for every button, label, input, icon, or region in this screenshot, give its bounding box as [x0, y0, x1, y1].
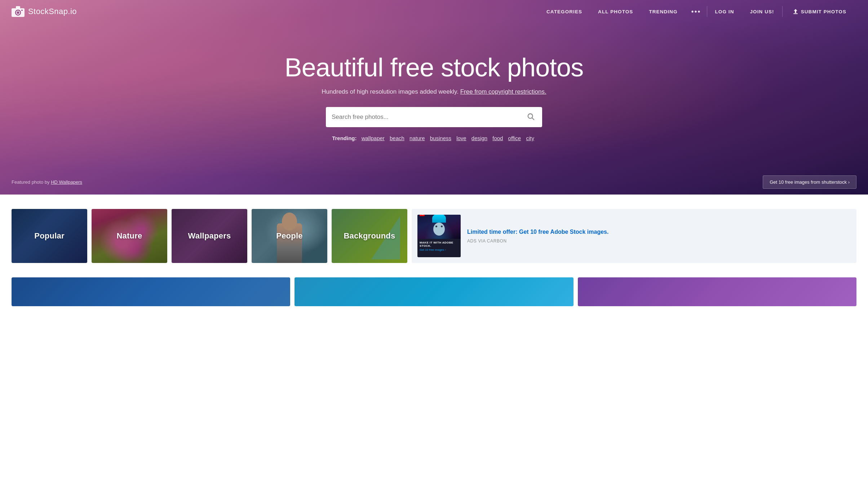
- ad-image: Ai MAKE IT WITH ADOBE STOCK. Get 10 free…: [417, 215, 461, 257]
- logo-link[interactable]: StockSnap.io: [12, 6, 77, 17]
- featured-prefix: Featured photo by: [12, 179, 50, 185]
- bottom-preview-row: [12, 277, 856, 306]
- shutterstock-button[interactable]: Get 10 free images from shutterstock ›: [763, 175, 856, 189]
- ad-text: Limited time offer: Get 10 free Adobe St…: [467, 228, 851, 244]
- category-backgrounds-label: Backgrounds: [344, 231, 395, 241]
- search-icon: [527, 113, 535, 121]
- logo-text: StockSnap.io: [28, 7, 77, 16]
- bottom-card-3[interactable]: [578, 277, 856, 306]
- nav-trending[interactable]: TRENDING: [641, 9, 685, 14]
- adobe-badge: Ai: [420, 215, 425, 216]
- ad-headline[interactable]: Limited time offer: Get 10 free Adobe St…: [467, 228, 851, 236]
- category-nature-label: Nature: [116, 231, 142, 241]
- svg-line-7: [532, 118, 534, 120]
- category-nature-overlay: Nature: [92, 209, 167, 263]
- category-people[interactable]: People: [252, 209, 327, 263]
- category-nature[interactable]: Nature: [92, 209, 167, 263]
- hero-title: Beautiful free stock photos: [7, 53, 861, 82]
- trending-row: Trending: wallpaper beach nature busines…: [7, 135, 861, 141]
- featured-credit: Featured photo by HD Wallpapers: [12, 179, 82, 185]
- trending-food[interactable]: food: [492, 135, 503, 141]
- upload-icon: [793, 9, 798, 14]
- search-bar: [326, 107, 542, 127]
- nav-submit[interactable]: SUBMIT PHOTOS: [783, 9, 856, 14]
- search-input[interactable]: [332, 113, 526, 121]
- ad-attribution: ADS VIA CARBON: [467, 238, 851, 244]
- category-popular[interactable]: Popular: [12, 209, 87, 263]
- category-people-label: People: [276, 231, 302, 241]
- categories-grid: Popular Nature Wallpapers: [12, 209, 856, 263]
- category-popular-label: Popular: [34, 231, 64, 241]
- bottom-card-1[interactable]: [12, 277, 290, 306]
- trending-design[interactable]: design: [471, 135, 487, 141]
- hero-section: Beautiful free stock photos Hundreds of …: [0, 0, 868, 195]
- nav-links: CATEGORIES ALL PHOTOS TRENDING ••• LOG I…: [539, 6, 856, 17]
- svg-rect-5: [793, 13, 798, 14]
- trending-wallpaper[interactable]: wallpaper: [362, 135, 385, 141]
- category-people-overlay: People: [252, 209, 327, 263]
- category-wallpapers-label: Wallpapers: [188, 231, 231, 241]
- nav-submit-label: SUBMIT PHOTOS: [801, 9, 846, 14]
- ad-card[interactable]: Ai MAKE IT WITH ADOBE STOCK. Get 10 free…: [412, 209, 856, 263]
- svg-rect-1: [16, 6, 20, 9]
- ad-get-images-label[interactable]: Get 10 free images ›: [420, 248, 446, 251]
- main-content: Popular Nature Wallpapers: [0, 195, 868, 318]
- hero-content: Beautiful free stock photos Hundreds of …: [0, 53, 868, 141]
- ad-make-it-label: MAKE IT WITH ADOBE STOCK.: [420, 241, 459, 247]
- trending-love[interactable]: love: [456, 135, 466, 141]
- hero-subtitle-text: Hundreds of high resolution images added…: [322, 88, 459, 95]
- category-backgrounds-overlay: Backgrounds: [332, 209, 407, 263]
- category-backgrounds[interactable]: Backgrounds: [332, 209, 407, 263]
- navbar: StockSnap.io CATEGORIES ALL PHOTOS TREND…: [0, 0, 868, 23]
- trending-nature[interactable]: nature: [409, 135, 425, 141]
- category-wallpapers-overlay: Wallpapers: [172, 209, 247, 263]
- nav-all-photos[interactable]: ALL PHOTOS: [590, 9, 641, 14]
- category-popular-overlay: Popular: [12, 209, 87, 263]
- svg-rect-4: [21, 10, 23, 11]
- trending-office[interactable]: office: [508, 135, 521, 141]
- shutterstock-label: Get 10 free images from shutterstock ›: [770, 179, 850, 185]
- trending-business[interactable]: business: [430, 135, 451, 141]
- search-button[interactable]: [526, 111, 536, 123]
- hero-copyright-link[interactable]: Free from copyright restrictions.: [460, 88, 546, 95]
- nav-login[interactable]: LOG IN: [707, 9, 742, 14]
- trending-city[interactable]: city: [526, 135, 534, 141]
- hero-footer: Featured photo by HD Wallpapers Get 10 f…: [12, 175, 856, 189]
- nav-join[interactable]: JOIN US!: [742, 9, 782, 14]
- bottom-card-2[interactable]: [294, 277, 573, 306]
- camera-icon: [12, 6, 25, 17]
- trending-prefix: Trending:: [332, 135, 356, 141]
- nav-categories[interactable]: CATEGORIES: [539, 9, 590, 14]
- svg-point-3: [17, 12, 19, 14]
- featured-author-link[interactable]: HD Wallpapers: [51, 179, 82, 185]
- hero-subtitle: Hundreds of high resolution images added…: [7, 88, 861, 95]
- nav-more[interactable]: •••: [686, 8, 707, 16]
- trending-beach[interactable]: beach: [390, 135, 404, 141]
- category-wallpapers[interactable]: Wallpapers: [172, 209, 247, 263]
